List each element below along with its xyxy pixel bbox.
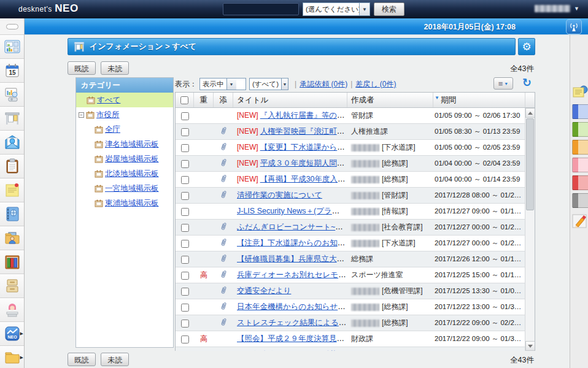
rail-item-facility-reservation[interactable] (0, 83, 24, 107)
rail-item-shared-folder[interactable]: ▶ (0, 346, 24, 368)
search-button[interactable]: 検索 (374, 2, 404, 16)
row-title-link[interactable]: ストレスチェック結果による医師… (237, 318, 347, 327)
row-checkbox[interactable] (181, 128, 189, 136)
category-link[interactable]: 市役所 (96, 110, 120, 120)
row-title-link[interactable]: 平成３０年度短期人間ドッ… (260, 159, 347, 167)
category-tree-item[interactable]: 東浦地域掲示板 (76, 196, 173, 210)
vertical-scrollbar[interactable] (525, 108, 535, 351)
row-checkbox[interactable] (181, 208, 189, 216)
select-all-checkbox[interactable] (180, 96, 188, 104)
rail-item-schedule[interactable]: 15 (0, 59, 24, 83)
mark-read-button-bottom[interactable]: 既読 (68, 353, 96, 366)
label-red-button[interactable] (572, 175, 588, 190)
status-select[interactable]: 表示中▼ (199, 78, 246, 90)
label-pink-button[interactable] (572, 158, 588, 172)
row-checkbox[interactable] (181, 112, 189, 120)
label-green-button[interactable] (572, 122, 588, 137)
row-title-link[interactable]: 日本年金機構からのお知らせ（平… (237, 302, 347, 311)
rail-item-document-management[interactable] (0, 250, 24, 274)
memo-shortcut-button[interactable] (572, 85, 588, 103)
approval-request-link[interactable]: 承認依頼 (0件) (300, 79, 347, 90)
col-creator[interactable]: 作成者 (347, 93, 433, 107)
rail-item-infoboard[interactable] (0, 107, 24, 131)
search-scope-select[interactable]: (選んでください) ▼ (303, 2, 370, 16)
app-logo[interactable]: desknet's NEO (18, 2, 79, 15)
row-title-link[interactable]: ふだんぎロビーコンサート~この… (237, 223, 347, 231)
rail-item-webmail[interactable] (0, 131, 24, 155)
col-attachment[interactable]: 添 (214, 93, 233, 107)
global-search-input[interactable] (223, 3, 299, 15)
list-menu-button[interactable]: ≡ ▼ (493, 77, 513, 90)
category-tree-item[interactable]: 津名地域掲示板 (76, 137, 173, 151)
scroll-down-button[interactable] (525, 341, 535, 351)
row-title-link[interactable]: 『入札執行届書』等の提出… (260, 111, 347, 120)
rail-item-portal[interactable] (0, 35, 24, 59)
category-link[interactable]: 津名地域掲示板 (105, 139, 159, 150)
filter-select[interactable]: (すべて)▼ (249, 78, 288, 90)
category-tree-item[interactable]: 全庁 (76, 122, 173, 137)
label-gray-button[interactable] (572, 193, 588, 208)
category-tree-item[interactable]: − 市役所 (76, 107, 173, 122)
row-checkbox[interactable] (181, 256, 189, 264)
col-title[interactable]: タイトル (233, 93, 347, 107)
mark-unread-button[interactable]: 未読 (101, 61, 129, 75)
rail-item-memo[interactable] (0, 178, 24, 202)
user-menu[interactable]: ▼ (535, 5, 579, 12)
rail-item-reception[interactable] (0, 298, 24, 322)
settings-button[interactable]: ⚙ (518, 38, 535, 55)
row-checkbox[interactable] (181, 176, 189, 184)
row-title-link[interactable]: 【研修職員募集】兵庫県立大学大… (237, 255, 347, 263)
rail-item-addressbook[interactable] (0, 202, 24, 226)
scroll-up-button[interactable] (525, 108, 535, 118)
label-blue-button[interactable] (572, 104, 588, 119)
category-tree-item[interactable]: 岩屋地域掲示板 (76, 151, 173, 166)
label-orange-button[interactable] (572, 140, 588, 155)
row-title-link[interactable]: 【照会】平成２９年度決算見込み… (237, 334, 347, 343)
row-checkbox[interactable] (181, 304, 189, 312)
row-title-link[interactable]: 【変更】下水道課からのお… (260, 143, 347, 151)
row-checkbox[interactable] (181, 144, 189, 152)
row-title-link[interactable]: 交通安全だより (237, 286, 291, 295)
rail-item-user-list[interactable] (0, 226, 24, 250)
row-checkbox[interactable] (181, 288, 189, 296)
category-link[interactable]: 東浦地域掲示板 (105, 198, 159, 209)
category-link[interactable]: すべて (97, 95, 120, 105)
pencil-memo-button[interactable] (572, 213, 588, 231)
row-title-link[interactable]: 【緊急連絡】Mirai亜種の感染活動… (237, 350, 347, 351)
mark-unread-button-bottom[interactable]: 未読 (101, 353, 129, 366)
row-title-link[interactable]: 人権学習映画『浪江町消防… (260, 127, 347, 136)
row-title-link[interactable]: 【再掲】平成30年度入学… (260, 175, 347, 183)
row-checkbox[interactable] (181, 160, 189, 168)
col-period[interactable]: ▼期間 (433, 93, 525, 107)
rail-item-neo-apps[interactable]: NEO ▶ (0, 322, 24, 346)
row-title-link[interactable]: 兵庫ディオーネお別れセレモニー… (237, 270, 347, 279)
row-checkbox[interactable] (181, 335, 189, 343)
row-checkbox[interactable] (181, 272, 189, 280)
category-link[interactable]: 全庁 (105, 125, 120, 135)
category-link[interactable]: 北淡地域掲示板 (105, 169, 159, 179)
row-checkbox[interactable] (181, 224, 189, 232)
col-importance[interactable]: 重 (194, 93, 214, 107)
sidebar-toggle-button[interactable] (0, 18, 24, 35)
notification-antenna-button[interactable] (566, 19, 582, 34)
row-checkbox[interactable] (181, 320, 189, 328)
list-rows: [NEW]『入札執行届書』等の提出… 管財課 01/05 09:00 ～ 02/… (176, 108, 535, 351)
category-tree-item[interactable]: すべて (76, 93, 173, 107)
category-tree-item[interactable]: 北淡地域掲示板 (76, 166, 173, 181)
rail-item-workflow[interactable] (0, 155, 24, 178)
row-checkbox[interactable] (181, 192, 189, 200)
sort-desc-icon: ▼ (435, 95, 439, 101)
tree-expander-icon[interactable]: − (79, 112, 84, 118)
row-title-link[interactable]: 清掃作業の実施について (237, 191, 322, 199)
mark-read-button[interactable]: 既読 (68, 61, 96, 75)
rail-item-cabinet[interactable] (0, 274, 24, 298)
remand-link[interactable]: 差戻し (0件) (355, 79, 396, 90)
row-title-link[interactable]: 【注意】下水道課からのお知らせ (237, 239, 347, 247)
category-tree-item[interactable]: 一宮地域掲示板 (76, 181, 173, 196)
scrollbar-thumb[interactable] (526, 118, 534, 210)
category-link[interactable]: 岩屋地域掲示板 (105, 154, 159, 164)
row-title-link[interactable]: J-LIS Security News＋(プラス) f… (237, 207, 347, 215)
refresh-button[interactable]: ↻ (522, 76, 532, 90)
row-checkbox[interactable] (181, 240, 189, 248)
category-link[interactable]: 一宮地域掲示板 (105, 183, 159, 194)
